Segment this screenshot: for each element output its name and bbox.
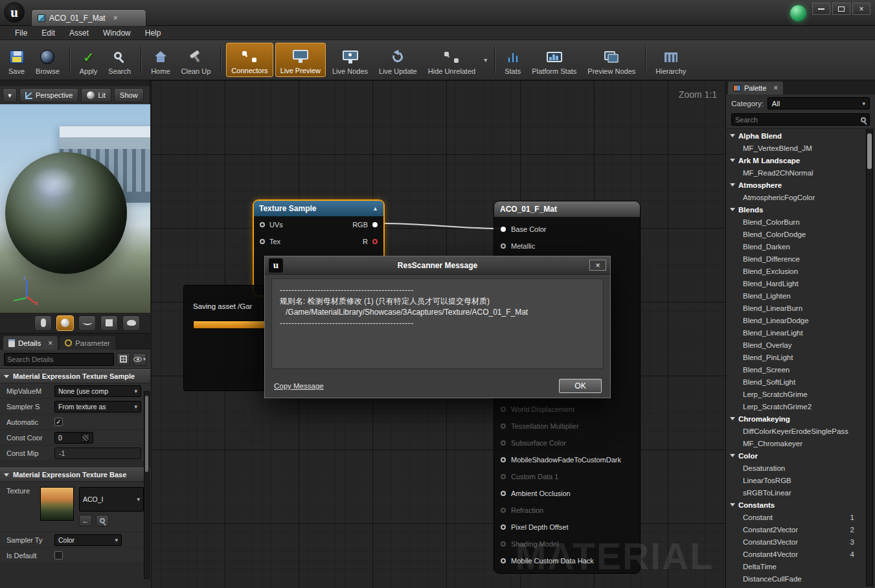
palette-list-item[interactable]: MF_Read2ChNormal — [726, 166, 861, 179]
section-texture-base[interactable]: Material Expression Texture Base — [0, 468, 150, 482]
perspective-button[interactable]: Perspective — [19, 88, 78, 102]
material-input-pin-row[interactable]: Mobile Custom Data Hack — [494, 552, 640, 569]
menu-window[interactable]: Window — [96, 27, 138, 39]
material-input-pin-row[interactable]: Shading Model — [494, 536, 640, 552]
dialog-close-button[interactable]: × — [589, 260, 606, 271]
palette-list-item[interactable]: Constant4Vector 4 — [726, 548, 861, 560]
palette-list-item[interactable]: Blend_ColorBurn — [726, 216, 861, 228]
tab-palette[interactable]: Palette × — [728, 82, 783, 95]
palette-list-item[interactable]: Chromakeying — [726, 413, 861, 425]
palette-list-item[interactable]: Blend_Screen — [726, 363, 861, 376]
sampler-source-dropdown[interactable]: From texture as ▾ — [54, 401, 141, 413]
copy-message-link[interactable]: Copy Message — [274, 382, 324, 390]
tab-details[interactable]: Details × — [3, 336, 58, 350]
palette-tab-close-icon[interactable]: × — [773, 84, 778, 92]
palette-list-item[interactable]: MF_Chromakeyer — [726, 437, 861, 449]
palette-list-item[interactable]: Blend_HardLight — [726, 277, 861, 289]
material-input-pin-row[interactable]: Custom Data 1 — [494, 468, 640, 485]
live-nodes-button[interactable]: Live Nodes — [328, 43, 372, 77]
material-input-pin-row[interactable]: Metallic — [494, 238, 640, 254]
palette-list-item[interactable]: Alpha Blend — [726, 130, 861, 142]
material-input-pin-row[interactable]: Tessellation Multiplier — [494, 418, 640, 435]
live-update-button[interactable]: Live Update — [374, 43, 422, 77]
palette-list-item[interactable]: Blends — [726, 203, 861, 216]
input-pin-icon[interactable] — [501, 440, 506, 446]
material-input-pin-row[interactable]: Subsurface Color — [494, 435, 640, 451]
palette-list-item[interactable]: Blend_ColorDodge — [726, 228, 861, 240]
input-pin-icon[interactable] — [501, 558, 506, 563]
palette-list-item[interactable]: Blend_PinLight — [726, 351, 861, 363]
input-pin-icon[interactable] — [501, 541, 506, 547]
palette-list-item[interactable]: Color — [726, 449, 861, 462]
palette-list-item[interactable]: Constant2Vector 2 — [726, 523, 861, 536]
input-pin-icon[interactable] — [501, 424, 506, 429]
palette-list-item[interactable]: DeltaTime — [726, 560, 861, 572]
palette-list-item[interactable]: Blend_Darken — [726, 240, 861, 253]
input-pin-icon[interactable] — [501, 407, 506, 412]
details-tab-close-icon[interactable]: × — [48, 339, 52, 347]
cylinder-mesh-button[interactable] — [34, 315, 52, 331]
document-tab[interactable]: ACO_01_F_Mat × — [31, 9, 146, 26]
maximize-button[interactable] — [832, 3, 850, 15]
input-pin-icon[interactable] — [501, 227, 506, 232]
details-scrollbar[interactable] — [144, 391, 150, 579]
sphere-mesh-button[interactable] — [56, 315, 74, 331]
palette-list-item[interactable]: Blend_Lighten — [726, 289, 861, 302]
palette-list-item[interactable]: sRGBToLinear — [726, 486, 861, 499]
browse-button[interactable]: Browse — [31, 43, 64, 77]
ok-button[interactable]: OK — [559, 379, 602, 393]
tab-parameter[interactable]: Parameter — [60, 336, 115, 350]
input-pin-icon[interactable] — [501, 525, 506, 530]
texture-asset-dropdown[interactable]: ACO_I ▾ — [79, 487, 144, 512]
rgb-output-pin[interactable] — [372, 222, 378, 227]
category-dropdown[interactable]: All ▾ — [767, 97, 870, 109]
r-output-pin[interactable] — [372, 239, 378, 244]
menu-asset[interactable]: Asset — [62, 27, 96, 39]
minimize-button[interactable] — [812, 3, 830, 15]
save-button[interactable]: Save — [4, 43, 29, 77]
show-button[interactable]: Show — [114, 88, 144, 102]
details-visibility-button[interactable]: ▾ — [133, 353, 146, 366]
material-input-pin-row[interactable]: Pixel Depth Offset — [494, 519, 640, 536]
palette-list-item[interactable]: Blend_Overlay — [726, 339, 861, 351]
const-mip-value-field[interactable]: -1 — [54, 447, 141, 459]
sampler-type-dropdown[interactable]: Color ▾ — [54, 534, 122, 546]
search-button[interactable]: Search — [104, 43, 135, 77]
dialog-titlebar[interactable]: u ResScanner Message × — [265, 256, 610, 275]
lit-button[interactable]: Lit — [81, 88, 111, 102]
menu-edit[interactable]: Edit — [34, 27, 62, 39]
stats-button[interactable]: Stats — [500, 43, 525, 77]
live-preview-toggle-button[interactable]: Live Preview — [275, 43, 326, 77]
preview-nodes-button[interactable]: Preview Nodes — [583, 43, 640, 77]
texture-thumbnail[interactable] — [40, 487, 74, 521]
automatic-checkbox[interactable]: ✓ — [54, 418, 63, 426]
viewport-options-dropdown[interactable]: ▾ — [3, 88, 17, 102]
palette-list-item[interactable]: DistanceCullFade — [726, 572, 861, 585]
uvs-input-pin[interactable] — [260, 222, 265, 227]
palette-list-item[interactable]: Ark M Landscape — [726, 154, 861, 166]
hide-unrelated-dropdown[interactable]: ▾ — [482, 56, 489, 63]
material-input-pin-row[interactable]: Base Color — [494, 221, 640, 238]
cube-mesh-button[interactable] — [100, 315, 118, 331]
palette-list-item[interactable]: LinearTosRGB — [726, 474, 861, 486]
hide-unrelated-button[interactable]: Hide Unrelated — [424, 43, 480, 77]
platform-stats-button[interactable]: Platform Stats — [527, 43, 581, 77]
material-input-pin-row[interactable]: World Displacement — [494, 401, 640, 418]
material-preview-viewport[interactable]: z x — [0, 104, 150, 313]
close-button[interactable]: × — [852, 3, 870, 15]
palette-list-item[interactable]: Blend_LinearDodge — [726, 314, 861, 326]
input-pin-icon[interactable] — [501, 508, 506, 513]
palette-list-item[interactable]: Blend_Exclusion — [726, 265, 861, 277]
palette-list-item[interactable]: AtmosphericFogColor — [726, 191, 861, 203]
is-default-checkbox[interactable] — [54, 551, 63, 560]
apply-button[interactable]: ✓ Apply — [75, 43, 102, 77]
mip-value-mode-dropdown[interactable]: None (use comp ▾ — [54, 385, 141, 397]
collapse-arrow-icon[interactable]: ▲ — [372, 205, 378, 212]
details-grid-view-button[interactable] — [117, 353, 130, 366]
hierarchy-button[interactable]: Hierarchy — [651, 43, 690, 77]
input-pin-icon[interactable] — [501, 474, 506, 479]
clean-up-button[interactable]: Clean Up — [177, 43, 216, 77]
palette-list-item[interactable]: Constants — [726, 499, 861, 511]
use-selected-asset-button[interactable]: ← — [79, 515, 92, 526]
input-pin-icon[interactable] — [501, 491, 506, 496]
